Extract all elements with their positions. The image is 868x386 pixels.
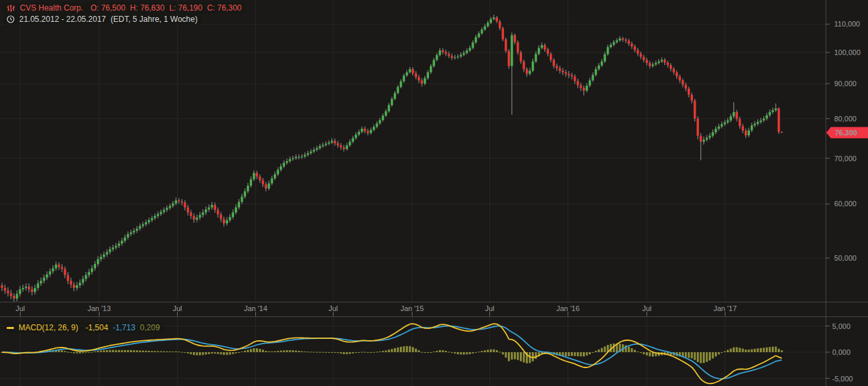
macd-histogram-bar (154, 351, 156, 352)
candle-up (477, 33, 480, 36)
candle-up (349, 142, 351, 145)
macd-histogram-bar (100, 350, 102, 352)
candle-down (508, 51, 511, 66)
candle-down (364, 129, 367, 131)
macd-histogram-bar (754, 349, 756, 352)
macd-histogram-bar (475, 352, 477, 353)
macd-histogram-bar (160, 352, 162, 352)
macd-histogram-bar (301, 352, 303, 352)
macd-histogram-bar (763, 348, 765, 352)
candle-up (619, 38, 621, 40)
candle-down (550, 54, 552, 60)
svg-text:Jan '17: Jan '17 (713, 304, 737, 312)
candle-down (58, 265, 60, 267)
candle-up (439, 50, 442, 55)
candle-up (208, 208, 210, 210)
candle-up (175, 200, 178, 203)
macd-histogram-bar (628, 347, 630, 352)
symbol-name[interactable]: CVS Health Corp. (20, 3, 83, 13)
macd-histogram-bar (685, 352, 687, 357)
macd-histogram-bar (259, 349, 261, 352)
candle-up (172, 204, 174, 206)
macd-histogram-bar (457, 352, 459, 354)
candle-up (709, 136, 712, 138)
candle-down (181, 202, 184, 202)
candle-up (382, 115, 385, 120)
candle-down (256, 173, 259, 176)
candle-up (717, 127, 720, 129)
macd-histogram-bar (61, 350, 63, 352)
candle-down (190, 212, 192, 216)
candle-down (546, 50, 549, 54)
candle-up (723, 122, 726, 124)
candle-down (70, 281, 72, 285)
candle-down (526, 69, 528, 74)
candle-down (634, 46, 637, 50)
candle-up (465, 50, 468, 53)
candle-up (727, 121, 729, 123)
candle-down (193, 216, 196, 220)
time-axis[interactable]: JulJan '13JulJan '14JulJan '15JulJan '16… (15, 304, 737, 316)
candle-up (133, 231, 135, 232)
candle-up (127, 234, 129, 237)
candle-down (73, 285, 76, 288)
candle-up (376, 123, 379, 127)
candle-up (408, 69, 411, 72)
macd-title[interactable]: MACD(12, 26, 9) (19, 323, 78, 332)
macd-legend[interactable]: MACD(12, 26, 9) -1,504 -1,713 0,209 (4, 322, 164, 333)
candle-up (76, 285, 78, 288)
macd-histogram-bar (202, 352, 204, 355)
candle-up (481, 30, 483, 34)
candle-down (451, 56, 454, 58)
svg-text:Jan '15: Jan '15 (401, 304, 424, 312)
candle-down (1, 285, 3, 288)
macd-histogram-bar (292, 350, 294, 352)
price-axis[interactable]: 110,000100,00090,00080,00070,00060,00050… (826, 20, 861, 262)
candle-down (184, 202, 186, 207)
macd-histogram-bar (427, 352, 429, 353)
macd-histogram-bar (502, 352, 504, 354)
candle-down (739, 119, 741, 126)
candle-down (580, 86, 582, 88)
candle-up (483, 27, 486, 30)
open-value: O: 76,500 (90, 3, 125, 13)
candle-up (775, 108, 777, 110)
candle-up (205, 210, 208, 213)
candle-up (97, 259, 99, 264)
macd-histogram-bar (715, 352, 717, 357)
macd-histogram-bar (319, 352, 321, 353)
candle-up (244, 191, 247, 196)
candle-down (583, 88, 586, 91)
macd-histogram-bar (748, 350, 750, 352)
macd-histogram-bar (772, 347, 774, 352)
candle-up (295, 157, 298, 159)
candle-down (262, 180, 265, 184)
macd-histogram-bar (205, 352, 207, 355)
candle-up (156, 214, 159, 216)
candle-up (19, 289, 21, 294)
indicator-axis[interactable]: 5,0000,000-5,000 (826, 322, 853, 383)
candle-down (13, 296, 15, 298)
candle-down (418, 77, 420, 80)
candle-down (556, 66, 558, 68)
candle-up (540, 45, 543, 48)
macd-histogram-bar (199, 352, 201, 355)
candle-down (265, 184, 267, 188)
symbol-legend[interactable]: CVS Health Corp. O: 76,500 H: 76,630 L: … (4, 3, 246, 13)
macd-histogram-bar (388, 350, 390, 352)
macd-histogram-bar (780, 350, 782, 352)
candle-up (288, 159, 291, 161)
svg-text:-5,000: -5,000 (832, 375, 853, 383)
macd-histogram-bar (769, 347, 771, 352)
candle-down (67, 275, 70, 281)
macd-histogram-bar (64, 351, 66, 352)
macd-histogram-bar (157, 351, 159, 352)
candle-up (751, 125, 753, 130)
last-price-tag[interactable]: 76,300 (826, 127, 868, 138)
candle-up (139, 226, 141, 229)
macd-histogram-bar (277, 351, 279, 352)
candle-down (649, 63, 651, 66)
macd-histogram-bar (145, 351, 147, 352)
macd-histogram-bar (517, 352, 519, 360)
candle-up (241, 196, 243, 202)
